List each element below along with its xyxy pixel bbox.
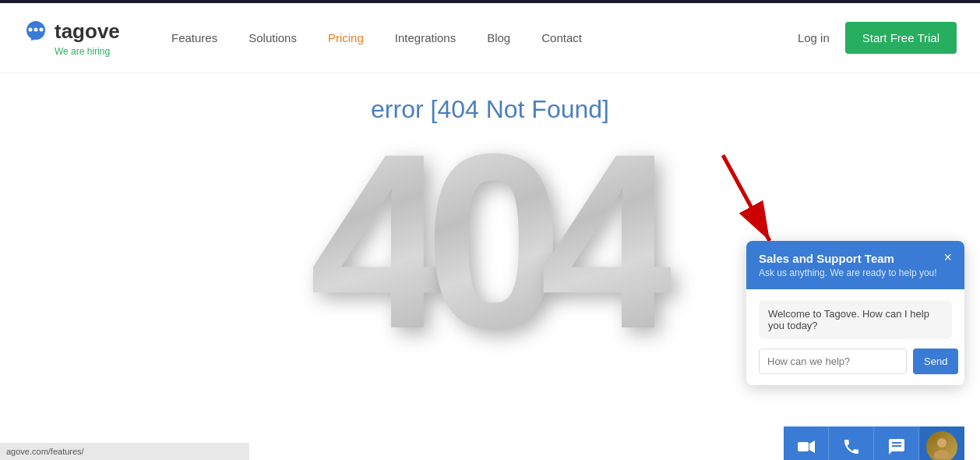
digit-4-left: 4 — [309, 132, 440, 366]
nav-integrations[interactable]: Integrations — [395, 31, 456, 44]
digit-4-right: 4 — [540, 132, 671, 366]
nav-features[interactable]: Features — [171, 31, 217, 44]
chat-close-button[interactable]: × — [943, 250, 952, 264]
bottom-bar — [784, 426, 964, 460]
nav-blog[interactable]: Blog — [487, 31, 510, 44]
chat-header: Sales and Support Team Ask us anything. … — [746, 241, 964, 289]
nav-contact[interactable]: Contact — [541, 31, 582, 44]
digit-0: 0 — [425, 132, 555, 366]
avatar-icon — [930, 435, 954, 458]
avatar — [926, 431, 957, 460]
chat-title: Sales and Support Team — [759, 252, 937, 265]
phone-button[interactable] — [829, 426, 874, 460]
chat-button[interactable] — [874, 426, 919, 460]
status-bar: agove.com/features/ — [0, 443, 249, 460]
avatar-button[interactable] — [919, 426, 964, 460]
chat-widget: Sales and Support Team Ask us anything. … — [746, 241, 964, 385]
svg-point-10 — [934, 450, 950, 458]
login-link[interactable]: Log in — [798, 31, 830, 44]
svg-point-1 — [29, 27, 33, 31]
nav-pricing[interactable]: Pricing — [328, 31, 364, 44]
chat-send-button[interactable]: Send — [913, 349, 958, 374]
chat-body: Welcome to Tagove. How can I help you to… — [746, 289, 964, 385]
header: tagove We are hiring Features Solutions … — [0, 3, 980, 73]
chat-subtitle: Ask us anything. We are ready to help yo… — [759, 267, 937, 278]
error-title: error [404 Not Found] — [371, 95, 609, 124]
trial-button[interactable]: Start Free Trial — [845, 22, 957, 54]
logo-area: tagove We are hiring — [23, 19, 125, 57]
svg-point-3 — [40, 27, 44, 31]
svg-rect-7 — [798, 442, 809, 451]
404-wrapper: 4 0 4 Sales and Support Team Ask us anyt… — [0, 132, 980, 460]
chat-message: Welcome to Tagove. How can I help you to… — [759, 300, 952, 339]
phone-icon — [842, 437, 861, 456]
logo-tagline: We are hiring — [55, 46, 125, 57]
status-url: agove.com/features/ — [6, 447, 84, 456]
svg-marker-8 — [809, 441, 815, 453]
logo-text: tagove — [55, 19, 120, 44]
video-icon — [797, 437, 816, 456]
main-nav: Features Solutions Pricing Integrations … — [171, 31, 798, 44]
svg-point-2 — [34, 27, 38, 31]
chat-input-row: Send — [759, 349, 952, 374]
nav-solutions[interactable]: Solutions — [249, 31, 297, 44]
main-content: error [404 Not Found] 4 0 4 Sales and Su… — [0, 73, 980, 460]
video-button[interactable] — [784, 426, 829, 460]
header-right: Log in Start Free Trial — [798, 22, 957, 54]
chat-icon — [887, 437, 906, 456]
svg-point-9 — [937, 438, 947, 448]
chat-input[interactable] — [759, 349, 907, 374]
logo-icon — [23, 19, 48, 44]
